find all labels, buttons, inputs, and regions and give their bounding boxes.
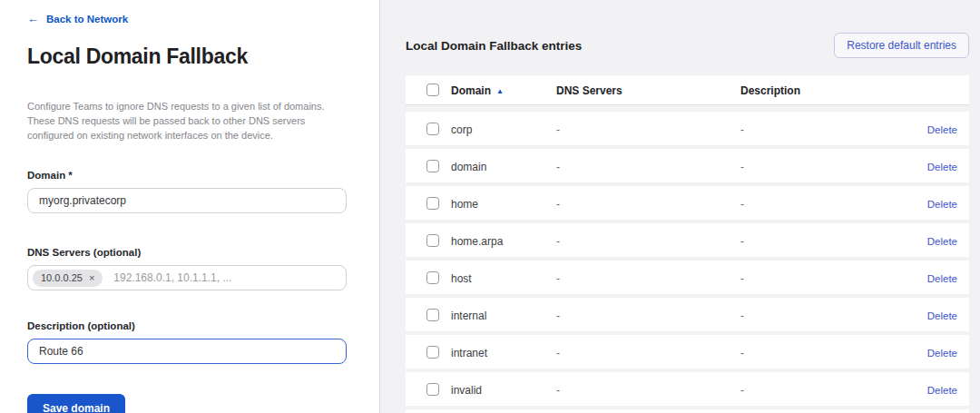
- restore-default-entries-button[interactable]: Restore default entries: [834, 33, 969, 58]
- sort-ascending-icon: ▲: [496, 87, 504, 95]
- table-row: internal - - Delete: [406, 298, 969, 331]
- entries-title: Local Domain Fallback entries: [406, 39, 582, 53]
- row-domain: host: [451, 272, 472, 285]
- row-dns: -: [556, 347, 560, 359]
- delete-row-link[interactable]: Delete: [927, 310, 957, 321]
- entries-panel: Local Domain Fallback entries Restore de…: [381, 0, 980, 413]
- page-title: Local Domain Fallback: [27, 44, 347, 69]
- row-dns: -: [556, 198, 560, 211]
- row-checkbox[interactable]: [426, 271, 439, 284]
- row-domain: invalid: [451, 384, 482, 397]
- row-description: -: [740, 384, 744, 397]
- description-input[interactable]: [27, 339, 347, 364]
- delete-row-link[interactable]: Delete: [927, 385, 957, 396]
- header-domain-cell[interactable]: Domain▲: [451, 82, 556, 98]
- row-dns: -: [556, 123, 560, 136]
- domain-field-group: Domain *: [27, 170, 347, 213]
- select-all-checkbox[interactable]: [426, 84, 439, 96]
- row-checkbox[interactable]: [426, 383, 439, 396]
- table-row: home - - Delete: [406, 186, 969, 220]
- description-field-group: Description (optional): [27, 320, 347, 364]
- table-row: host - - Delete: [406, 261, 969, 294]
- table-row: corp - - Delete: [406, 112, 969, 145]
- dns-servers-field-group: DNS Servers (optional) 10.0.0.25 ×: [27, 247, 347, 290]
- back-link-label: Back to Network: [46, 14, 128, 25]
- row-description: -: [740, 310, 744, 322]
- row-dns: -: [556, 235, 560, 248]
- row-domain: domain: [451, 161, 486, 173]
- header-dns-cell: DNS Servers: [556, 82, 740, 98]
- dns-server-chip: 10.0.0.25 ×: [33, 270, 103, 287]
- delete-row-link[interactable]: Delete: [927, 236, 957, 247]
- row-description: -: [740, 123, 744, 136]
- row-description: -: [740, 347, 744, 359]
- chip-remove-icon[interactable]: ×: [89, 273, 94, 283]
- row-checkbox[interactable]: [426, 346, 439, 359]
- table-row: home.arpa - - Delete: [406, 223, 969, 257]
- row-domain: home.arpa: [451, 235, 503, 248]
- description-label: Description (optional): [27, 320, 347, 331]
- row-checkbox[interactable]: [426, 234, 439, 247]
- dns-servers-text-input[interactable]: [112, 270, 340, 285]
- description-column-header: Description: [740, 84, 800, 97]
- domain-column-header: Domain: [451, 84, 491, 97]
- row-dns: -: [556, 161, 560, 173]
- back-arrow-icon: ←: [27, 13, 39, 25]
- save-domain-button[interactable]: Save domain: [27, 394, 125, 413]
- header-checkbox-cell: [406, 84, 439, 96]
- row-description: -: [740, 272, 744, 285]
- header-description-cell: Description: [740, 82, 957, 98]
- domain-label: Domain *: [27, 170, 347, 181]
- table-row: intranet - - Delete: [406, 335, 969, 369]
- row-checkbox[interactable]: [426, 123, 439, 135]
- row-checkbox[interactable]: [426, 309, 439, 321]
- row-description: -: [740, 235, 744, 248]
- row-domain: internal: [451, 310, 486, 322]
- delete-row-link[interactable]: Delete: [927, 199, 957, 210]
- row-checkbox[interactable]: [426, 160, 439, 172]
- row-dns: -: [556, 272, 560, 285]
- row-domain: corp: [451, 123, 472, 136]
- dns-column-header: DNS Servers: [556, 84, 622, 97]
- dns-servers-label: DNS Servers (optional): [27, 247, 347, 258]
- dns-server-chip-value: 10.0.0.25: [41, 272, 83, 283]
- table-row: domain - - Delete: [406, 149, 969, 182]
- row-domain: home: [451, 198, 478, 211]
- row-domain: intranet: [451, 347, 487, 359]
- dns-servers-input[interactable]: 10.0.0.25 ×: [27, 265, 347, 290]
- page-description: Configure Teams to ignore DNS requests t…: [27, 99, 332, 143]
- back-to-network-link[interactable]: ← Back to Network: [27, 13, 128, 25]
- local-domain-fallback-form-panel: ← Back to Network Local Domain Fallback …: [0, 0, 380, 413]
- table-header-row: Domain▲ DNS Servers Description: [406, 75, 969, 105]
- table-row-partial: [406, 409, 969, 413]
- domain-input[interactable]: [27, 188, 347, 213]
- row-dns: -: [556, 310, 560, 322]
- delete-row-link[interactable]: Delete: [927, 162, 957, 172]
- delete-row-link[interactable]: Delete: [927, 348, 957, 359]
- entries-table: Domain▲ DNS Servers Description corp - -…: [406, 75, 969, 413]
- row-description: -: [740, 161, 744, 173]
- table-row: invalid - - Delete: [406, 372, 969, 406]
- entries-header: Local Domain Fallback entries Restore de…: [381, 0, 980, 58]
- row-checkbox[interactable]: [426, 197, 439, 210]
- delete-row-link[interactable]: Delete: [927, 124, 957, 135]
- row-dns: -: [556, 384, 560, 397]
- row-description: -: [740, 198, 744, 211]
- delete-row-link[interactable]: Delete: [927, 273, 957, 284]
